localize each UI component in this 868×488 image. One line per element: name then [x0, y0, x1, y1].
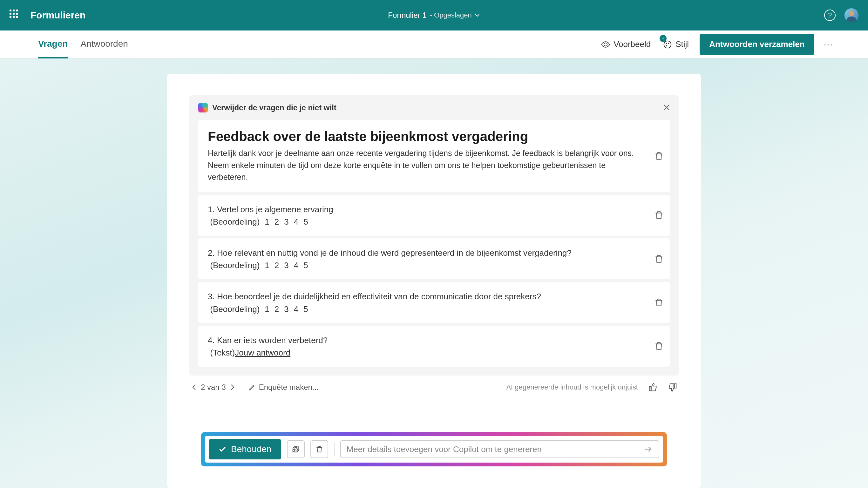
- send-icon[interactable]: [643, 445, 653, 454]
- pager-label: 2 van 3: [201, 383, 226, 392]
- copilot-logo-icon: [198, 103, 208, 113]
- refresh-icon: [291, 445, 300, 454]
- form-title: Feedback over de laatste bijeenkmost ver…: [208, 129, 660, 144]
- collect-responses-button[interactable]: Antwoorden verzamelen: [700, 34, 814, 55]
- question-meta: (Beoordeling)12345: [208, 304, 660, 314]
- doc-status-text: - Opgeslagen: [430, 11, 472, 20]
- edit-survey-button[interactable]: Enquête maken...: [248, 383, 319, 392]
- copilot-action-bar: Behouden: [201, 432, 667, 466]
- question-card[interactable]: 3. Hoe beoordeel je de duidelijkheid en …: [198, 282, 670, 323]
- thumbs-down-icon[interactable]: [668, 383, 677, 392]
- style-label: Stijl: [676, 39, 689, 49]
- copilot-input[interactable]: [347, 445, 643, 454]
- keep-button[interactable]: Behouden: [209, 439, 281, 459]
- copilot-input-wrap[interactable]: [340, 440, 659, 458]
- thumbs-up-icon[interactable]: [648, 383, 658, 392]
- trash-icon: [315, 445, 323, 453]
- svg-point-2: [668, 42, 670, 44]
- app-launcher-icon[interactable]: [9, 9, 21, 21]
- top-bar: Formulieren Formulier 1 - Opgeslagen ?: [0, 0, 868, 30]
- ai-disclaimer: AI gegenereerde inhoud is mogelijk onjui…: [506, 383, 638, 391]
- svg-point-0: [664, 41, 671, 48]
- pencil-icon: [248, 384, 256, 391]
- discard-button[interactable]: [310, 440, 328, 458]
- help-icon[interactable]: ?: [824, 9, 836, 21]
- question-meta: (Beoordeling)12345: [208, 217, 660, 227]
- preview-button[interactable]: Voorbeeld: [599, 37, 652, 52]
- chevron-left-icon[interactable]: [191, 384, 198, 391]
- form-description: Hartelijk dank voor je deelname aan onze…: [208, 147, 660, 183]
- question-card[interactable]: 4. Kan er iets worden verbeterd? (Tekst)…: [198, 326, 670, 367]
- app-title: Formulieren: [31, 10, 86, 21]
- regenerate-button[interactable]: [287, 440, 305, 458]
- eye-icon: [601, 40, 610, 49]
- tab-questions[interactable]: Vragen: [38, 30, 68, 58]
- svg-point-3: [666, 45, 667, 46]
- chevron-right-icon[interactable]: [228, 384, 236, 391]
- canvas-area: Verwijder de vragen die je niet wilt Fee…: [0, 58, 868, 488]
- sub-bar: Vragen Antwoorden Voorbeeld Stijl Antwoo…: [0, 30, 868, 58]
- close-icon[interactable]: [662, 103, 671, 112]
- question-meta: (Tekst)Jouw antwoord: [208, 348, 660, 358]
- chevron-down-icon: [475, 13, 480, 18]
- trash-icon[interactable]: [654, 341, 664, 351]
- copilot-suggestion-card: Verwijder de vragen die je niet wilt Fee…: [189, 95, 679, 375]
- user-avatar[interactable]: [844, 8, 859, 22]
- trash-icon[interactable]: [654, 254, 664, 264]
- document-title[interactable]: Formulier 1 - Opgeslagen: [388, 11, 480, 20]
- question-card[interactable]: 2. Hoe relevant en nuttig vond je de inh…: [198, 238, 670, 279]
- question-meta: (Beoordeling)12345: [208, 261, 660, 270]
- tab-answers[interactable]: Antwoorden: [81, 30, 128, 58]
- edit-survey-label: Enquête maken...: [259, 383, 319, 392]
- form-header-section[interactable]: Feedback over de laatste bijeenkmost ver…: [198, 120, 670, 192]
- trash-icon[interactable]: [654, 151, 664, 161]
- question-text: 1. Vertel ons je algemene ervaring: [208, 204, 660, 215]
- trash-icon[interactable]: [654, 210, 664, 220]
- trash-icon[interactable]: [654, 297, 664, 308]
- question-text: 3. Hoe beoordeel je de duidelijkheid en …: [208, 291, 660, 302]
- keep-label: Behouden: [231, 444, 272, 454]
- more-options-icon[interactable]: ···: [824, 39, 833, 50]
- question-card[interactable]: 1. Vertel ons je algemene ervaring (Beoo…: [198, 195, 670, 236]
- divider: [334, 442, 335, 456]
- preview-label: Voorbeeld: [614, 39, 651, 49]
- copilot-hint-text: Verwijder de vragen die je niet wilt: [212, 103, 337, 112]
- style-button[interactable]: Stijl: [661, 37, 690, 52]
- svg-point-1: [666, 42, 667, 44]
- question-text: 2. Hoe relevant en nuttig vond je de inh…: [208, 247, 660, 258]
- doc-title-text: Formulier 1: [388, 11, 426, 20]
- form-canvas: Verwijder de vragen die je niet wilt Fee…: [167, 74, 701, 488]
- pager-row: 2 van 3 Enquête maken... AI gegenereerde…: [189, 380, 679, 395]
- question-text: 4. Kan er iets worden verbeterd?: [208, 335, 660, 346]
- check-icon: [218, 445, 226, 453]
